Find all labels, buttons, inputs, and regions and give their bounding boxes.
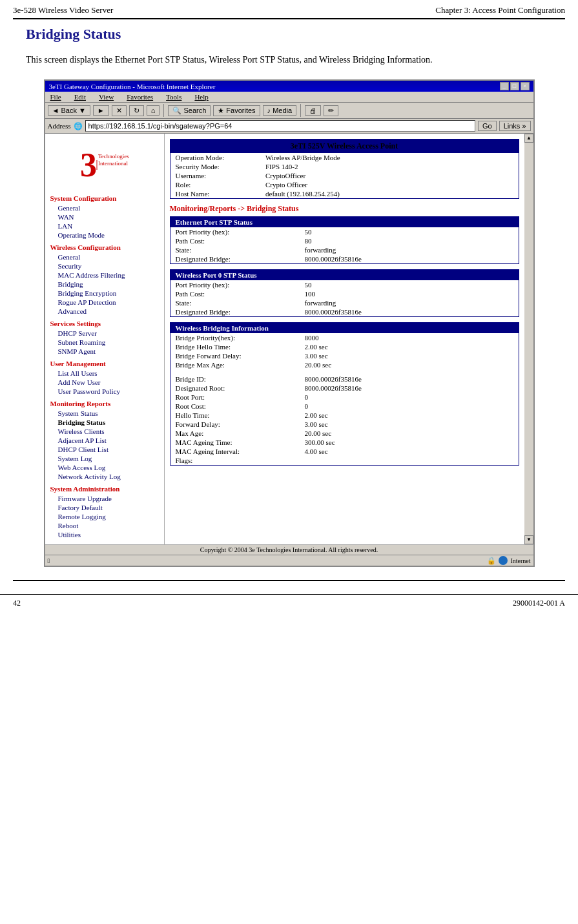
menu-edit[interactable]: Edit <box>72 92 88 101</box>
br-row-hello: Bridge Hello Time: 2.00 sec <box>170 342 519 351</box>
sidebar-item-factory-default[interactable]: Factory Default <box>45 503 164 512</box>
wl-value-state: forwarding <box>300 298 519 307</box>
bridge-info-section: Wireless Bridging Information Bridge Pri… <box>170 322 519 466</box>
links-button[interactable]: Links » <box>499 121 531 131</box>
br-row-id: Bridge ID: 8000.00026f35816e <box>170 375 519 384</box>
copyright-bar: Copyright © 2004 3e Technologies Interna… <box>45 544 533 555</box>
stop-button[interactable]: ✕ <box>112 105 127 116</box>
sidebar-item-web-access[interactable]: Web Access Log <box>45 463 164 472</box>
menu-help[interactable]: Help <box>192 92 211 101</box>
ap-value-hostname: default (192.168.254.254) <box>260 189 519 199</box>
sidebar-item-subnet-roaming[interactable]: Subnet Roaming <box>45 338 164 347</box>
edit-button[interactable]: ✏ <box>324 105 338 116</box>
br-row-mac-ageing: MAC Ageing Time: 300.00 sec <box>170 438 519 447</box>
footer-doc-number: 29000142-001 A <box>513 599 565 608</box>
menu-favorites[interactable]: Favorites <box>124 92 156 101</box>
sidebar-item-bridging-encryption[interactable]: Bridging Encryption <box>45 289 164 298</box>
sidebar-item-network-activity[interactable]: Network Activity Log <box>45 472 164 481</box>
br-row-max-age: Bridge Max Age: 20.00 sec <box>170 360 519 369</box>
sidebar-item-wan[interactable]: WAN <box>45 212 164 221</box>
sidebar-item-mac-filtering[interactable]: MAC Address Filtering <box>45 271 164 280</box>
menu-view[interactable]: View <box>96 92 116 101</box>
separator1 <box>163 104 164 117</box>
address-input[interactable] <box>85 120 475 132</box>
sidebar-item-adjacent-ap[interactable]: Adjacent AP List <box>45 436 164 445</box>
sidebar-item-security[interactable]: Security <box>45 262 164 271</box>
wl-label-priority: Port Priority (hex): <box>170 280 300 289</box>
br-value-forward-delay: 3.00 sec <box>300 351 519 360</box>
br-label-root-port: Root Port: <box>170 393 300 402</box>
eth-row-designated: Designated Bridge: 8000.00026f35816e <box>170 254 519 263</box>
sidebar-item-dhcp[interactable]: DHCP Server <box>45 329 164 338</box>
sidebar-item-reboot[interactable]: Reboot <box>45 521 164 530</box>
br-label-flags: Flags: <box>170 456 300 465</box>
scrollbar[interactable]: ▲ ▼ <box>524 134 533 544</box>
svg-text:3: 3 <box>80 147 97 183</box>
sidebar-item-advanced[interactable]: Advanced <box>45 307 164 316</box>
ap-value-security: FIPS 140-2 <box>260 162 519 171</box>
sidebar-item-lan[interactable]: LAN <box>45 221 164 231</box>
sidebar-item-snmp[interactable]: SNMP Agent <box>45 347 164 356</box>
eth-label-pathcost: Path Cost: <box>170 236 300 245</box>
forward-button[interactable]: ► <box>93 105 109 116</box>
browser-title: 3eTI Gateway Configuration - Microsoft I… <box>49 83 216 90</box>
home-button[interactable]: ⌂ <box>147 105 160 116</box>
sidebar-section-system: System Configuration <box>45 193 164 203</box>
br-label-root-cost: Root Cost: <box>170 402 300 411</box>
sidebar-item-firmware[interactable]: Firmware Upgrade <box>45 494 164 503</box>
wl-value-priority: 50 <box>300 280 519 289</box>
br-label-hello-time: Hello Time: <box>170 411 300 420</box>
sidebar-item-general[interactable]: General <box>45 203 164 212</box>
go-button[interactable]: Go <box>478 121 497 131</box>
sidebar-item-system-log[interactable]: System Log <box>45 454 164 463</box>
sidebar-item-bridging-status[interactable]: Bridging Status <box>45 418 164 427</box>
print-button[interactable]: 🖨 <box>305 105 321 116</box>
eth-label-state: State: <box>170 245 300 254</box>
browser-statusbar:  🔒 Internet <box>45 555 533 566</box>
page-header: 3e-528 Wireless Video Server Chapter 3: … <box>0 0 578 18</box>
ap-value-operation: Wireless AP/Bridge Mode <box>260 153 519 162</box>
address-label: Address <box>48 122 71 130</box>
media-button[interactable]: ♪ Media <box>263 105 297 116</box>
sidebar-item-bridging[interactable]: Bridging <box>45 280 164 289</box>
br-value-priority: 8000 <box>300 333 519 342</box>
bridge-table-2: Bridge ID: 8000.00026f35816e Designated … <box>170 375 519 465</box>
br-label-maxage: Max Age: <box>170 429 300 438</box>
sidebar-item-add-user[interactable]: Add New User <box>45 378 164 387</box>
minimize-btn[interactable]: _ <box>500 82 509 90</box>
scroll-track[interactable] <box>524 143 533 535</box>
refresh-button[interactable]: ↻ <box>129 105 144 116</box>
sidebar-logo: 3 Technologies International <box>45 139 164 188</box>
scroll-down-btn[interactable]: ▼ <box>524 535 533 544</box>
maximize-btn[interactable]: □ <box>510 82 519 90</box>
bridge-spacer <box>170 369 519 375</box>
sidebar-item-system-status[interactable]: System Status <box>45 409 164 418</box>
sidebar-item-password-policy[interactable]: User Password Policy <box>45 387 164 396</box>
search-button[interactable]: 🔍 Search <box>168 105 211 116</box>
sidebar-item-list-users[interactable]: List All Users <box>45 369 164 378</box>
address-bar: Address 🌐 Go Links » <box>45 119 533 134</box>
sidebar-item-rogue-ap[interactable]: Rogue AP Detection <box>45 298 164 307</box>
close-btn[interactable]: × <box>521 82 530 90</box>
sidebar-item-wireless-general[interactable]: General <box>45 252 164 262</box>
br-value-id: 8000.00026f35816e <box>300 375 519 384</box>
sidebar-item-operating-mode[interactable]: Operating Mode <box>45 231 164 240</box>
br-row-flags: Flags: <box>170 456 519 465</box>
separator2 <box>300 104 301 117</box>
status-zone: Internet <box>510 557 530 564</box>
browser-content: 3 Technologies International System Conf… <box>45 134 533 544</box>
sidebar-item-utilities[interactable]: Utilities <box>45 530 164 539</box>
menu-file[interactable]: File <box>48 92 64 101</box>
ap-label-security: Security Mode: <box>170 162 260 171</box>
br-label-forward-delay: Bridge Forward Delay: <box>170 351 300 360</box>
sidebar-item-dhcp-client[interactable]: DHCP Client List <box>45 445 164 454</box>
menu-tools[interactable]: Tools <box>163 92 184 101</box>
sidebar-item-remote-logging[interactable]: Remote Logging <box>45 512 164 521</box>
br-label-priority: Bridge Priority(hex): <box>170 333 300 342</box>
eth-row-pathcost: Path Cost: 80 <box>170 236 519 245</box>
sidebar-item-wireless-clients[interactable]: Wireless Clients <box>45 427 164 436</box>
scroll-up-btn[interactable]: ▲ <box>524 134 533 143</box>
br-row-root-cost: Root Cost: 0 <box>170 402 519 411</box>
favorites-button[interactable]: ★ Favorites <box>213 105 260 116</box>
back-button[interactable]: ◄ Back ▼ <box>48 105 90 116</box>
